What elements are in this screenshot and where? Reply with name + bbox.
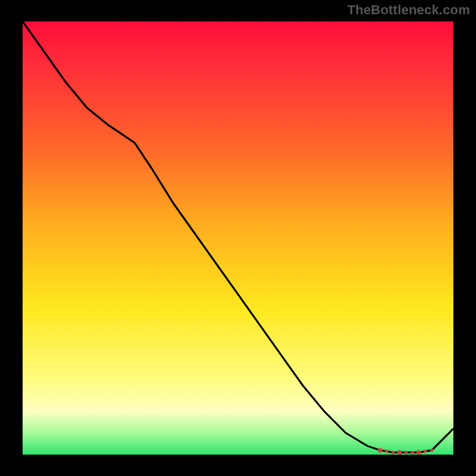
optimal-marker xyxy=(430,449,434,452)
optimal-marker xyxy=(424,450,427,453)
optimal-marker xyxy=(378,448,383,453)
bottleneck-curve xyxy=(23,21,453,455)
optimal-marker xyxy=(404,450,408,454)
attribution-text: TheBottleneck.com xyxy=(347,2,470,18)
optimal-marker xyxy=(397,450,402,455)
optimal-marker xyxy=(416,450,421,455)
optimal-marker xyxy=(411,450,414,454)
optimal-marker xyxy=(385,450,389,453)
optimal-marker-band xyxy=(378,448,434,455)
optimal-marker xyxy=(392,450,395,454)
plot-area xyxy=(23,21,453,455)
chart-frame: TheBottleneck.com xyxy=(0,0,476,476)
curve-line xyxy=(23,21,453,452)
